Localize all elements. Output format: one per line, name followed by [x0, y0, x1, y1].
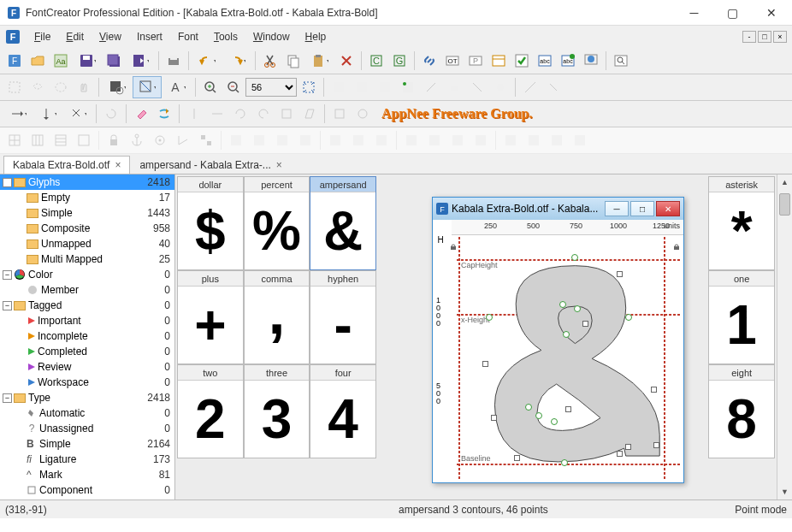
glyph-cell[interactable]: three3	[244, 364, 310, 458]
vertical-scrollbar[interactable]: ▲ ▼	[777, 174, 792, 499]
rotate-ccw-button[interactable]	[252, 103, 275, 125]
mdi-minimize-button[interactable]: -	[742, 31, 756, 43]
editor-minimize-button[interactable]: ─	[605, 201, 629, 216]
knife-tool-button[interactable]	[466, 76, 488, 98]
minimize-button[interactable]: ─	[675, 1, 713, 25]
tree-automatic[interactable]: Automatic0	[0, 405, 174, 421]
sample-button[interactable]: abc	[534, 50, 556, 72]
control-point[interactable]	[491, 415, 497, 421]
control-point[interactable]	[565, 406, 571, 412]
complete-composites-button[interactable]: C	[365, 50, 387, 72]
tree-type[interactable]: −Type2418	[0, 390, 174, 405]
align-vertical-button[interactable]	[33, 103, 62, 125]
align-button-4[interactable]	[569, 129, 591, 151]
align-button-2[interactable]	[523, 129, 545, 151]
link-button[interactable]	[418, 50, 440, 72]
web-preview-button[interactable]	[580, 50, 602, 72]
opentype-button[interactable]: OT	[441, 50, 464, 72]
layer-button-3[interactable]	[271, 129, 293, 151]
tree-simple2[interactable]: BSimple2164	[0, 436, 174, 452]
tab-glyph-editor[interactable]: ampersand - Kabala Extra-...×	[130, 156, 291, 174]
control-point[interactable]	[535, 412, 542, 419]
pen-tool-button[interactable]	[420, 76, 442, 98]
tree-member[interactable]: Member0	[0, 282, 174, 298]
control-point[interactable]	[651, 387, 657, 393]
preview-button[interactable]: P	[464, 50, 487, 72]
flip-v-button[interactable]	[206, 103, 228, 125]
tree-unassigned[interactable]: ?Unassigned0	[0, 421, 174, 436]
control-point[interactable]	[617, 451, 623, 457]
control-point[interactable]	[482, 361, 488, 367]
new-font-button[interactable]: F	[3, 50, 26, 72]
grid-button-1[interactable]	[3, 129, 26, 151]
editor-maximize-button[interactable]: □	[630, 201, 654, 216]
tree-component[interactable]: Component0	[0, 482, 174, 498]
tab-font-overview[interactable]: Kabala Extra-Bold.otf×	[3, 156, 130, 174]
glyph-cell[interactable]: hyphen-	[310, 270, 376, 364]
hand-tool-button[interactable]	[73, 76, 95, 98]
sample2-button[interactable]: abc	[557, 50, 579, 72]
control-point[interactable]	[551, 418, 558, 425]
zoom-out-button[interactable]	[222, 76, 245, 98]
mdi-restore-button[interactable]: □	[758, 31, 771, 43]
glyph-cell[interactable]: comma,	[244, 270, 310, 364]
arrange-button-2[interactable]	[423, 129, 446, 151]
menu-font[interactable]: Font	[171, 28, 205, 45]
tree-ligature[interactable]: fiLigature173	[0, 452, 174, 467]
control-point[interactable]	[559, 301, 566, 308]
control-point[interactable]	[617, 271, 623, 277]
path-button-1[interactable]	[324, 129, 346, 151]
editor-close-button[interactable]: ✕	[656, 201, 680, 216]
tool-btn-c[interactable]	[374, 76, 396, 98]
glyph-cell[interactable]: eight8	[708, 364, 775, 458]
tree-tagged[interactable]: −Tagged0	[0, 298, 174, 313]
menu-insert[interactable]: Insert	[130, 28, 169, 45]
resize-button[interactable]	[63, 103, 92, 125]
anchor-button[interactable]	[126, 129, 148, 151]
control-point[interactable]	[486, 314, 493, 321]
fit-screen-button[interactable]	[298, 76, 320, 98]
tree-simple[interactable]: Simple1443	[0, 205, 174, 221]
skew-button[interactable]	[298, 103, 321, 125]
redo-button[interactable]	[222, 50, 251, 72]
outline-mode-button[interactable]	[133, 76, 162, 98]
scroll-down-button[interactable]: ▼	[777, 484, 792, 499]
tree-completed[interactable]: Completed0	[0, 344, 174, 359]
arrange-button-1[interactable]	[400, 129, 423, 151]
menu-help[interactable]: Help	[298, 28, 334, 45]
menu-view[interactable]: View	[92, 28, 128, 45]
open-type-button[interactable]: Aa	[50, 50, 72, 72]
tree-glyphs[interactable]: −Glyphs2418	[0, 174, 174, 190]
open-button[interactable]	[27, 50, 49, 72]
scroll-thumb[interactable]	[779, 193, 790, 216]
control-point[interactable]	[653, 442, 659, 448]
glyph-cell[interactable]: two2	[177, 364, 244, 458]
menu-file[interactable]: File	[27, 28, 57, 45]
print-button[interactable]	[163, 50, 185, 72]
layer-button-2[interactable]	[248, 129, 270, 151]
rotate-button[interactable]	[100, 103, 122, 125]
snap-button[interactable]	[149, 129, 171, 151]
menu-edit[interactable]: Edit	[59, 28, 91, 45]
grid-button-3[interactable]	[50, 129, 72, 151]
glyph-cell[interactable]: ampersand&	[310, 176, 376, 270]
control-point[interactable]	[574, 305, 581, 312]
editor-title-bar[interactable]: F Kabala Extra-Bold.otf - Kabala... ─ □ …	[433, 198, 683, 220]
marquee-button[interactable]	[50, 76, 72, 98]
mirror-button[interactable]	[352, 103, 374, 125]
editor-canvas[interactable]: H 250 500 750 1000 1250 units 1000 500 C…	[433, 220, 683, 482]
zoom-select[interactable]: 56	[245, 78, 297, 97]
glyph-cell[interactable]: asterisk*	[708, 176, 775, 270]
close-tab-icon[interactable]: ×	[276, 159, 282, 171]
tree-multimapped[interactable]: Multi Mapped25	[0, 251, 174, 267]
save-all-button[interactable]	[103, 50, 125, 72]
scale-button[interactable]	[275, 103, 298, 125]
control-point[interactable]	[525, 404, 532, 411]
panel-button[interactable]	[488, 50, 510, 72]
add-glyph-button[interactable]: G	[388, 50, 411, 72]
align-button-1[interactable]	[499, 129, 522, 151]
text-tool-button[interactable]: A	[163, 76, 192, 98]
tool-btn-a[interactable]	[328, 76, 350, 98]
glyph-cell[interactable]: plus+	[177, 270, 244, 364]
close-button[interactable]: ✕	[752, 1, 790, 25]
